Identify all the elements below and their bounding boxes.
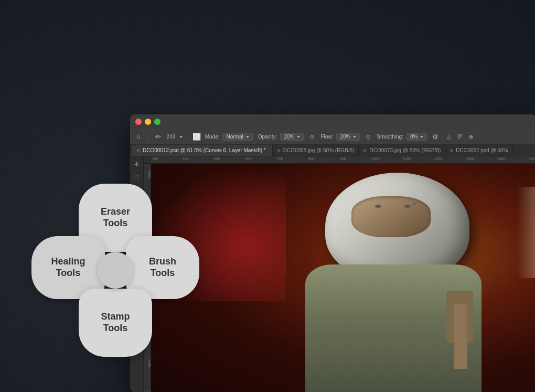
mode-value: Normal: [226, 134, 243, 140]
brush-size-dropdown-icon[interactable]: [179, 136, 183, 138]
angle-icon: △: [444, 132, 454, 142]
tab-close-1[interactable]: ✕: [277, 148, 281, 153]
ruler-top: 300 400 500 600 700 800 900 1000 1100 12…: [144, 156, 535, 164]
maximize-button[interactable]: [154, 119, 160, 125]
eye-right: [404, 205, 411, 208]
radial-menu-center[interactable]: [97, 252, 134, 289]
stamp-tools-line2: Tools: [101, 323, 130, 334]
ruler-h-700: 700: [277, 157, 283, 161]
tab-close-0[interactable]: ✕: [136, 148, 141, 153]
flow-dropdown[interactable]: 20%: [336, 133, 360, 141]
brush-size: 243: [166, 134, 175, 140]
eraser-tools-line1: Eraser: [101, 206, 130, 218]
tab-label-1: DCO0068.jpg @ 50% (RGB/8): [283, 147, 355, 153]
opacity-dropdown[interactable]: 20%: [280, 133, 304, 141]
smoothing-dropdown[interactable]: 0%: [406, 133, 427, 141]
eye-left: [375, 205, 381, 208]
face-mark: [412, 203, 416, 205]
mode-icon: ⬜: [191, 132, 202, 142]
ruler-corner: [144, 156, 151, 164]
ruler-marks-h: 300 400 500 600 700 800 900 1000 1100 12…: [151, 156, 535, 164]
highlight: [517, 187, 535, 278]
ruler-h-600: 600: [245, 157, 252, 161]
mode-dropdown[interactable]: Normal: [222, 133, 252, 141]
opacity-icon: ⊙: [307, 132, 317, 142]
mode-label: Mode:: [205, 134, 220, 140]
smoothing-label: Smoothing:: [377, 134, 403, 140]
ruler-h-500: 500: [214, 157, 220, 161]
radial-menu-overlay: Eraser Tools Healing Tools Brush Tools S…: [31, 184, 199, 357]
smoothing-value: 0%: [410, 134, 418, 140]
close-button[interactable]: [135, 119, 142, 125]
angle-value: 0°: [457, 134, 463, 140]
tab-label-3: DCO0062.psd @ 50%: [456, 147, 508, 153]
brush-tools-line2: Tools: [149, 268, 176, 279]
ruler-h-1000: 1000: [371, 157, 380, 161]
eraser-tools-line2: Tools: [101, 218, 130, 229]
flow-icon: ◎: [363, 132, 373, 142]
tab-label-2: DCO0073.jpg @ 50% (RGB/8): [369, 147, 441, 153]
brush-tools-line1: Brush: [149, 256, 176, 268]
ruler-h-900: 900: [340, 157, 346, 161]
ruler-h-400: 400: [183, 157, 189, 161]
visor: [351, 196, 431, 237]
brush-icon[interactable]: ✏: [153, 132, 163, 142]
title-bar: [130, 114, 535, 129]
tab-0[interactable]: ✕ DCO00012.psd @ 61.5% (Curves 6, Layer …: [132, 145, 273, 156]
tabs-bar: ✕ DCO00012.psd @ 61.5% (Curves 6, Layer …: [130, 145, 535, 156]
suit-body: [305, 264, 482, 392]
extra-icon[interactable]: ⊕: [466, 132, 476, 142]
canvas-with-ruler: 1000 1100 1200 1300 1400 1500 1600 1700: [144, 164, 535, 392]
opacity-value: 20%: [284, 134, 294, 140]
radial-menu: Eraser Tools Healing Tools Brush Tools S…: [31, 184, 199, 357]
ruler-h-1400: 1400: [497, 157, 506, 161]
suit-hose: [454, 304, 468, 369]
tab-close-3[interactable]: ✕: [450, 148, 454, 153]
ruler-h-300: 300: [152, 157, 158, 161]
home-icon[interactable]: ⌂: [133, 132, 144, 142]
flow-value: 20%: [340, 134, 350, 140]
canvas-image: [151, 164, 535, 392]
flow-label: Flow:: [320, 134, 333, 140]
minimize-button[interactable]: [145, 119, 151, 125]
tab-label-0: DCO00012.psd @ 61.5% (Curves 6, Layer Ma…: [143, 147, 266, 153]
select-tool[interactable]: ⬚: [131, 171, 143, 183]
ruler-h-1100: 1100: [403, 157, 411, 161]
tab-2[interactable]: ✕ DCO0073.jpg @ 50% (RGB/8): [359, 145, 445, 156]
healing-tools-line2: Tools: [51, 268, 85, 279]
opacity-dropdown-icon: [297, 136, 300, 138]
ruler-h-800: 800: [308, 157, 315, 161]
mode-dropdown-icon: [246, 136, 249, 138]
ruler-h-1500: 1500: [529, 157, 535, 161]
flow-dropdown-icon: [353, 136, 356, 138]
main-content: 300 400 500 600 700 800 900 1000 1100 12…: [144, 156, 535, 392]
divider2: [187, 133, 187, 141]
tab-1[interactable]: ✕ DCO0068.jpg @ 50% (RGB/8): [273, 145, 359, 156]
smoothing-dropdown-icon: [420, 136, 423, 138]
toolbar: ⌂ ✏ 243 ⬜ Mode: Normal Opacity: 20% ⊙ Fl…: [130, 129, 535, 145]
settings-icon[interactable]: ⚙: [430, 132, 441, 142]
stamp-tools-petal[interactable]: Stamp Tools: [79, 289, 152, 357]
healing-tools-line1: Healing: [51, 256, 85, 268]
ruler-h-1200: 1200: [434, 157, 443, 161]
astronaut-background: [151, 164, 535, 392]
divider: [148, 133, 148, 141]
ruler-h-1300: 1300: [466, 157, 474, 161]
astronaut-figure: [305, 168, 506, 392]
opacity-label: Opacity:: [258, 134, 277, 140]
stamp-tools-line1: Stamp: [101, 311, 130, 323]
tab-3[interactable]: ✕ DCO0062.psd @ 50%: [445, 145, 512, 156]
move-tool[interactable]: ✛: [131, 158, 143, 170]
tab-close-2[interactable]: ✕: [363, 148, 367, 153]
